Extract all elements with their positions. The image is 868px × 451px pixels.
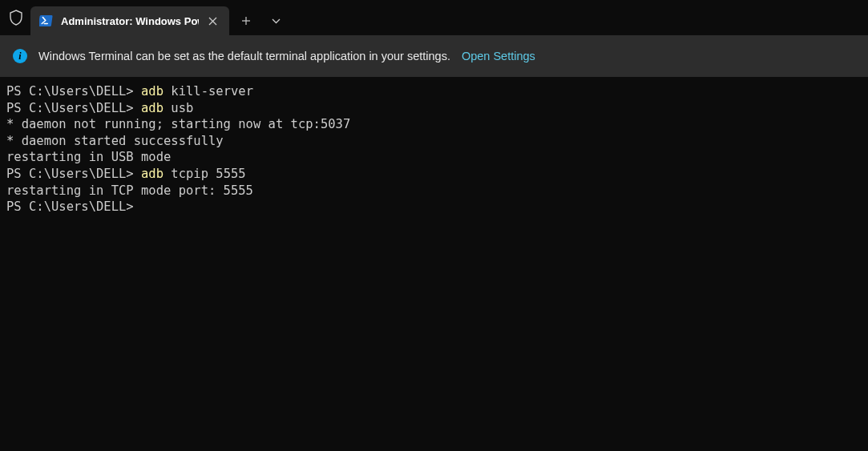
tab-powershell[interactable]: Administrator: Windows Pow: [30, 6, 229, 35]
terminal-output[interactable]: PS C:\Users\DELL> adb kill-serverPS C:\U…: [0, 77, 868, 222]
terminal-line: * daemon started successfully: [6, 133, 862, 150]
terminal-line: * daemon not running; starting now at tc…: [6, 116, 862, 133]
terminal-line: PS C:\Users\DELL> adb kill-server: [6, 83, 862, 100]
terminal-line: PS C:\Users\DELL> adb tcpip 5555: [6, 166, 862, 183]
titlebar: Administrator: Windows Pow: [0, 0, 868, 35]
infobar: i Windows Terminal can be set as the def…: [0, 35, 868, 77]
tab-close-button[interactable]: [204, 12, 221, 30]
infobar-message: Windows Terminal can be set as the defau…: [38, 50, 450, 62]
new-tab-button[interactable]: [229, 6, 263, 35]
terminal-line: PS C:\Users\DELL>: [6, 199, 862, 215]
tab-dropdown-button[interactable]: [263, 6, 289, 35]
shield-icon: [5, 6, 27, 29]
terminal-line: restarting in USB mode: [6, 149, 862, 166]
powershell-icon: [38, 13, 55, 29]
terminal-line: PS C:\Users\DELL> adb usb: [6, 100, 862, 117]
tab-title: Administrator: Windows Pow: [61, 15, 199, 27]
info-icon: i: [13, 49, 27, 63]
terminal-line: restarting in TCP mode port: 5555: [6, 183, 862, 199]
open-settings-link[interactable]: Open Settings: [462, 50, 535, 62]
